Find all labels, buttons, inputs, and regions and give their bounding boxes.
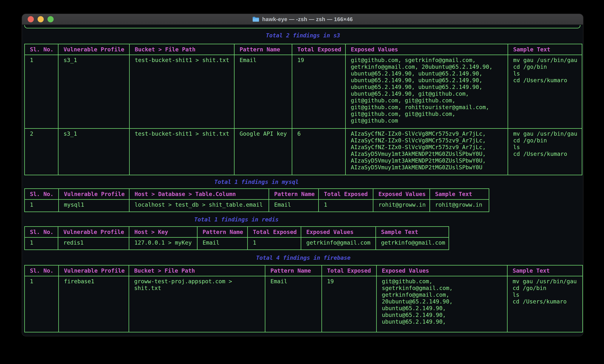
cell-total-exposed: 19 <box>292 55 346 128</box>
cell-host-database-column: localhost > test_db > shit_table.email <box>129 200 269 212</box>
table-row: 1 mysql1 localhost > test_db > shit_tabl… <box>25 200 489 212</box>
firebase-findings-table: Sl. No. Vulnerable Profile Bucket > File… <box>24 265 583 332</box>
cell-pattern-name: Google API key <box>234 128 292 175</box>
previous-output-cutoff-panel <box>24 25 580 28</box>
col-header-sl-no: Sl. No. <box>25 227 58 238</box>
cell-sl-no: 1 <box>25 200 59 212</box>
cell-vulnerable-profile: firebase1 <box>59 276 129 332</box>
cell-sl-no: 1 <box>25 276 59 332</box>
table-row: 1 s3_1 test-bucket-shit1 > shit.txt Emai… <box>25 55 582 128</box>
col-header-sl-no: Sl. No. <box>25 44 58 55</box>
col-header-sample-text: Sample Text <box>376 227 449 238</box>
cell-bucket-file-path: test-bucket-shit1 > shit.txt <box>129 128 234 175</box>
table-header-row: Sl. No. Vulnerable Profile Bucket > File… <box>25 44 582 55</box>
cell-sample-text: mv gau /usr/bin/gau cd /go/bin ls cd /Us… <box>507 276 583 332</box>
folder-icon <box>252 16 259 22</box>
col-header-sl-no: Sl. No. <box>25 265 59 276</box>
cell-vulnerable-profile: redis1 <box>58 238 129 250</box>
traffic-lights <box>28 16 54 22</box>
cell-vulnerable-profile: mysql1 <box>59 200 129 212</box>
window-titlebar[interactable]: hawk-eye — -zsh — zsh — 166×46 <box>22 14 583 25</box>
cell-sample-text: mv gau /usr/bin/gau cd /go/bin ls cd /Us… <box>508 55 582 128</box>
cell-total-exposed: 1 <box>319 200 373 212</box>
cell-sample-text: getrkinfo@gmail.com <box>376 238 449 250</box>
col-header-vulnerable-profile: Vulnerable Profile <box>58 44 129 55</box>
col-header-total-exposed: Total Exposed <box>292 44 346 55</box>
col-header-pattern-name: Pattern Name <box>197 227 248 238</box>
cell-pattern-name: Email <box>234 55 292 128</box>
cell-exposed-values: rohit@groww.in <box>373 200 430 212</box>
col-header-sl-no: Sl. No. <box>25 189 59 200</box>
col-header-exposed-values: Exposed Values <box>301 227 376 238</box>
section-redis: Total 1 findings in redis Sl. No. Vulner… <box>24 216 581 250</box>
cell-sl-no: 1 <box>25 238 58 250</box>
desktop: { "colors": { "terminal_background": "#0… <box>0 0 604 364</box>
cell-pattern-name: Email <box>197 238 248 250</box>
window-title-text: hawk-eye — -zsh — zsh — 166×46 <box>262 16 353 22</box>
col-header-vulnerable-profile: Vulnerable Profile <box>59 265 129 276</box>
col-header-total-exposed: Total Exposed <box>322 265 377 276</box>
cell-host-key: 127.0.0.1 > myKey <box>129 238 197 250</box>
cell-bucket-file-path: test-bucket-shit1 > shit.txt <box>129 55 234 128</box>
cell-vulnerable-profile: s3_1 <box>58 128 129 175</box>
col-header-pattern-name: Pattern Name <box>269 189 319 200</box>
cell-vulnerable-profile: s3_1 <box>58 55 129 128</box>
col-header-host-database-column: Host > Database > Table.Column <box>129 189 269 200</box>
redis-findings-table: Sl. No. Vulnerable Profile Host > Key Pa… <box>24 226 449 250</box>
cell-exposed-values: getrkinfo@gmail.com <box>301 238 376 250</box>
cell-sample-text: mv gau /usr/bin/gau cd /go/bin ls cd /Us… <box>508 128 582 175</box>
col-header-bucket-file-path: Bucket > File Path <box>129 44 234 55</box>
cell-exposed-values: git@github.com, sgetrkinfo@gmail.com, ge… <box>377 276 507 332</box>
col-header-pattern-name: Pattern Name <box>265 265 322 276</box>
cell-total-exposed: 6 <box>292 128 346 175</box>
table-row: 1 redis1 127.0.0.1 > myKey Email 1 getrk… <box>25 238 449 250</box>
table-header-row: Sl. No. Vulnerable Profile Host > Key Pa… <box>25 227 449 238</box>
cell-exposed-values: git@github.com, sgetrkinfo@gmail.com, ge… <box>346 55 508 128</box>
col-header-exposed-values: Exposed Values <box>373 189 430 200</box>
cell-exposed-values: AIzaSyCfNZ-IZx0-SlVcVg8MCr575zv9_Ar7jLc,… <box>346 128 508 175</box>
s3-findings-table: Sl. No. Vulnerable Profile Bucket > File… <box>24 44 582 175</box>
section-title-firebase: Total 4 findings in firebase <box>24 254 582 261</box>
cell-pattern-name: Email <box>265 276 322 332</box>
section-s3: Total 2 findings in s3 Sl. No. Vulnerabl… <box>24 32 581 175</box>
close-button[interactable] <box>28 16 34 22</box>
cell-sl-no: 2 <box>25 128 58 175</box>
window-title: hawk-eye — -zsh — zsh — 166×46 <box>252 16 353 22</box>
cell-total-exposed: 1 <box>248 238 301 250</box>
cell-sample-text: rohit@groww.in <box>430 200 489 212</box>
terminal-window: hawk-eye — -zsh — zsh — 166×46 Total 2 f… <box>22 14 583 336</box>
col-header-exposed-values: Exposed Values <box>346 44 508 55</box>
minimize-button[interactable] <box>38 16 44 22</box>
cell-total-exposed: 19 <box>322 276 377 332</box>
zoom-button[interactable] <box>48 16 54 22</box>
section-title-redis: Total 1 findings in redis <box>24 216 449 223</box>
col-header-sample-text: Sample Text <box>508 44 582 55</box>
col-header-pattern-name: Pattern Name <box>234 44 292 55</box>
col-header-vulnerable-profile: Vulnerable Profile <box>59 189 129 200</box>
section-mysql: Total 1 findings in mysql Sl. No. Vulner… <box>24 179 581 212</box>
cell-sl-no: 1 <box>25 55 58 128</box>
section-title-s3: Total 2 findings in s3 <box>24 32 582 39</box>
table-row: 2 s3_1 test-bucket-shit1 > shit.txt Goog… <box>25 128 582 175</box>
col-header-bucket-file-path: Bucket > File Path <box>129 265 265 276</box>
cell-pattern-name: Email <box>269 200 319 212</box>
col-header-host-key: Host > Key <box>129 227 197 238</box>
terminal-content: Total 2 findings in s3 Sl. No. Vulnerabl… <box>22 25 583 332</box>
col-header-sample-text: Sample Text <box>430 189 489 200</box>
col-header-sample-text: Sample Text <box>507 265 583 276</box>
section-firebase: Total 4 findings in firebase Sl. No. Vul… <box>24 254 581 332</box>
table-row: 1 firebase1 groww-test-proj.appspot.com … <box>25 276 583 332</box>
mysql-findings-table: Sl. No. Vulnerable Profile Host > Databa… <box>24 188 489 212</box>
col-header-total-exposed: Total Exposed <box>248 227 301 238</box>
table-header-row: Sl. No. Vulnerable Profile Bucket > File… <box>25 265 583 276</box>
col-header-exposed-values: Exposed Values <box>377 265 507 276</box>
col-header-vulnerable-profile: Vulnerable Profile <box>58 227 129 238</box>
table-header-row: Sl. No. Vulnerable Profile Host > Databa… <box>25 189 489 200</box>
cell-bucket-file-path: groww-test-proj.appspot.com > shit.txt <box>129 276 265 332</box>
col-header-total-exposed: Total Exposed <box>319 189 373 200</box>
section-title-mysql: Total 1 findings in mysql <box>24 179 489 185</box>
